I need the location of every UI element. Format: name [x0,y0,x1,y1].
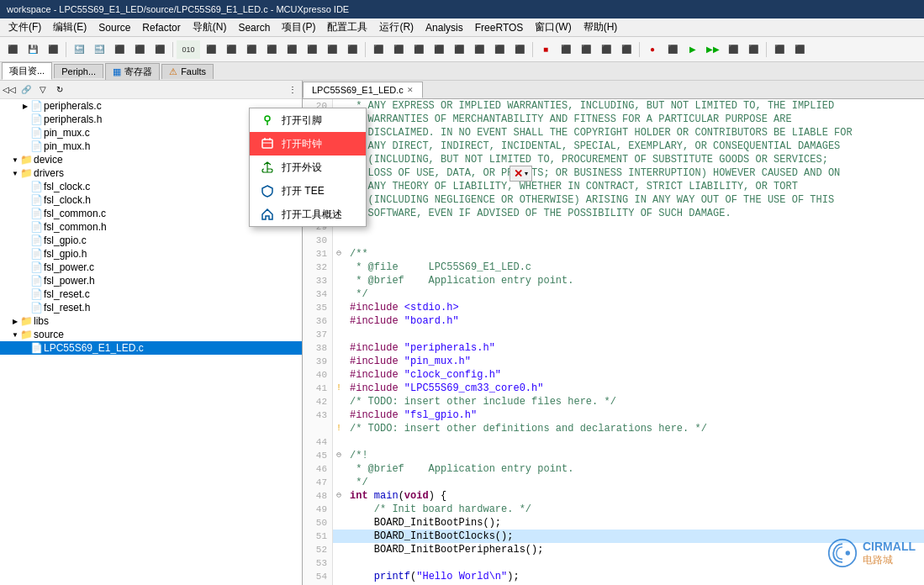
toolbar-btn-34[interactable]: ▶▶ [704,40,722,59]
tree-arrow: ▶ [10,318,20,325]
toolbar-btn-24[interactable]: ⬛ [490,40,509,59]
tree-btn-more[interactable]: ⋮ [285,82,300,98]
tree-item-fsl-reset-c[interactable]: 📄 fsl_reset.c [0,287,302,301]
toolbar-btn-32[interactable]: ⬛ [663,40,682,59]
tab-faults[interactable]: ⚠ Faults [161,64,214,79]
line-number: 32 [303,261,333,274]
toolbar-btn-16[interactable]: ⬛ [323,40,341,59]
watermark: CIRMALL 电路城 [827,538,916,568]
dropdown-item-pins[interactable]: 打开引脚 [250,108,366,132]
toolbar-btn-31[interactable]: ● [643,40,662,59]
code-line: 36 #include "board.h" [303,314,924,328]
code-line: 37 [303,328,924,341]
toolbar-btn-28[interactable]: ⬛ [577,40,595,59]
toolbar-btn-30[interactable]: ⬛ [617,40,636,59]
code-area[interactable]: 20 * ANY EXPRESS OR IMPLIED WARRANTIES, … [303,99,924,585]
code-content: /* TODO: insert other definitions and de… [348,422,924,435]
toolbar-btn-7[interactable]: ⬛ [130,40,149,59]
toolbar-btn-3[interactable]: ⬛ [44,40,62,59]
line-mark [336,274,348,287]
menu-run[interactable]: 运行(R) [374,18,419,36]
toolbar-btn-35[interactable]: ⬛ [724,40,742,59]
file-icon-h: 📄 [30,302,42,314]
menu-edit[interactable]: 编辑(E) [48,18,92,36]
dropdown-item-clock[interactable]: 打开时钟 [250,132,366,155]
toolbar-btn-38[interactable]: ⬛ [790,40,809,59]
toolbar-btn-14[interactable]: ⬛ [282,40,301,59]
toolbar-sep-1 [66,42,66,57]
toolbar-btn-20[interactable]: ⬛ [409,40,428,59]
dropdown-item-label: 打开工具概述 [282,208,342,222]
tree-item-fsl-power-c[interactable]: 📄 fsl_power.c [0,261,302,274]
toolbar-btn-22[interactable]: ⬛ [450,40,468,59]
dropdown-item-label: 打开外设 [282,161,322,175]
menu-navigate[interactable]: 导航(N) [187,18,232,36]
tree-item-led-c[interactable]: 📄 LPC55S69_E1_LED.c [0,341,302,355]
menu-refactor[interactable]: Refactor [137,20,185,35]
toolbar-btn-1[interactable]: ⬛ [3,40,22,59]
toolbar-btn-4[interactable]: 🔙 [70,40,88,59]
tree-item-fsl-power-h[interactable]: 📄 fsl_power.h [0,274,302,287]
toolbar-btn-15[interactable]: ⬛ [303,40,321,59]
toolbar-btn-2[interactable]: 💾 [24,40,42,59]
toolbar-btn-37[interactable]: ⬛ [770,40,789,59]
editor-tab-led-c[interactable]: LPC55S69_E1_LED.c ✕ [303,82,423,98]
toolbar-btn-19[interactable]: ⬛ [389,40,408,59]
dropdown-item-overview[interactable]: 打开工具概述 [250,203,366,226]
editor-tabs: LPC55S69_E1_LED.c ✕ [303,81,924,99]
menu-analysis[interactable]: Analysis [420,20,468,35]
editor-tab-close-icon[interactable]: ✕ [407,86,414,94]
tab-project-explorer[interactable]: 项目资... [2,62,52,80]
tree-btn-sync[interactable]: ↻ [52,82,67,98]
toolbar-btn-23[interactable]: ⬛ [470,40,488,59]
menu-freertos[interactable]: FreeRTOS [470,20,529,35]
tree-btn-filter[interactable]: ▽ [35,82,50,98]
toolbar-btn-33[interactable]: ▶ [684,40,702,59]
tree-item-label: libs [34,315,49,327]
dropdown-item-peripherals[interactable]: 打开外设 [250,155,366,179]
tab-registers[interactable]: ▦ 寄存器 [105,63,160,80]
menu-search[interactable]: Search [233,20,275,35]
tab-periph[interactable]: Periph... [54,64,103,78]
menu-file[interactable]: 文件(F) [3,18,46,36]
tree-btn-link[interactable]: 🔗 [18,82,34,98]
menu-config[interactable]: 配置工具 [322,18,372,36]
tree-item-fsl-gpio-c[interactable]: 📄 fsl_gpio.c [0,234,302,247]
folder-icon: 📁 [20,154,32,166]
toolbar-btn-6[interactable]: ⬛ [110,40,129,59]
code-line: 40 #include "clock_config.h" [303,368,924,382]
dropdown-item-tee[interactable]: 打开 TEE [250,179,366,203]
toolbar-btn-29[interactable]: ⬛ [597,40,615,59]
code-line: * ANY THEORY OF LIABILITY, WHETHER IN CO… [303,180,924,193]
tab-registers-label: 寄存器 [124,66,152,78]
tree-btn-collapse[interactable]: ◁◁ [2,82,17,98]
toolbar-btn-18[interactable]: ⬛ [369,40,388,59]
line-number: 54 [303,570,333,583]
toolbar-btn-12[interactable]: ⬛ [242,40,261,59]
toolbar-btn-8[interactable]: ⬛ [150,40,169,59]
menu-source[interactable]: Source [93,20,135,35]
file-icon-h: 📄 [30,275,42,287]
toolbar-btn-21[interactable]: ⬛ [430,40,448,59]
toolbar-btn-26[interactable]: ■ [536,40,555,59]
tree-item-source[interactable]: ▼ 📁 source [0,328,302,341]
toolbar-btn-5[interactable]: 🔜 [90,40,108,59]
toolbar-btn-11[interactable]: ⬛ [222,40,240,59]
toolbar-btn-9[interactable]: 010 [177,40,200,59]
tree-item-fsl-reset-h[interactable]: 📄 fsl_reset.h [0,301,302,314]
toolbar-btn-27[interactable]: ⬛ [557,40,575,59]
toolbar-btn-17[interactable]: ⬛ [343,40,362,59]
code-line: 49 /* Init board hardware. */ [303,503,924,516]
tree-item-libs[interactable]: ▶ 📁 libs [0,314,302,328]
menu-project[interactable]: 项目(P) [277,18,320,36]
toolbar-btn-10[interactable]: ⬛ [202,40,220,59]
tree-item-fsl-gpio-h[interactable]: 📄 fsl_gpio.h [0,247,302,261]
toolbar-btn-36[interactable]: ⬛ [744,40,763,59]
toolbar-btn-13[interactable]: ⬛ [262,40,281,59]
toolbar-btn-25[interactable]: ⬛ [510,40,529,59]
dropdown-trigger-btn[interactable]: ✕ ▾ [510,166,532,182]
tree-item-label: LPC55S69_E1_LED.c [44,342,144,354]
menu-window[interactable]: 窗口(W) [530,18,576,36]
menu-help[interactable]: 帮助(H) [578,18,623,36]
dropdown-item-label: 打开引脚 [282,113,322,128]
